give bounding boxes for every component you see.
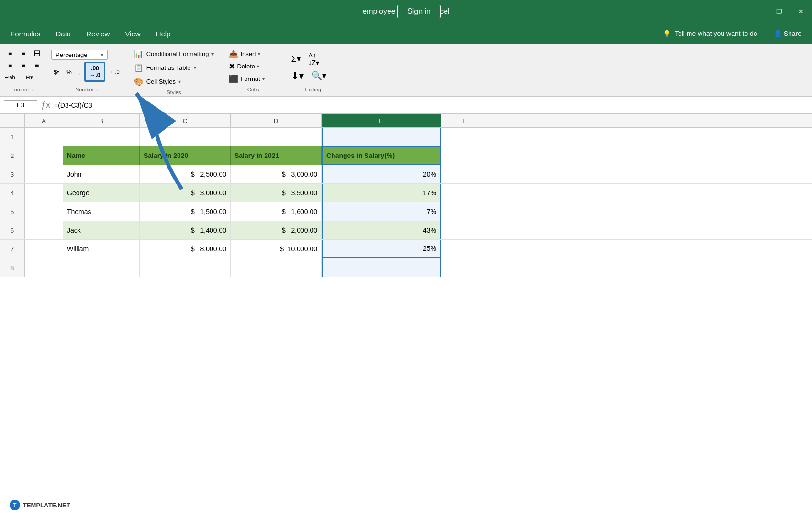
dollar-btn[interactable]: $▾ — [51, 67, 62, 77]
cell-c1[interactable] — [140, 128, 231, 146]
fill-btn[interactable]: ⬇▾ — [288, 69, 307, 82]
cell-d7[interactable]: $ 10,000.00 — [231, 240, 322, 258]
col-header-b[interactable]: B — [63, 114, 140, 127]
cell-d6[interactable]: $ 2,000.00 — [231, 221, 322, 239]
cell-b2[interactable]: Name — [63, 146, 140, 165]
menu-view[interactable]: View — [118, 27, 147, 41]
cell-d1[interactable] — [231, 128, 322, 146]
col-header-f[interactable]: F — [441, 114, 489, 127]
align-middle-btn[interactable]: ≡ — [17, 48, 30, 58]
cell-f2[interactable] — [441, 146, 489, 165]
cell-a1[interactable] — [25, 128, 63, 146]
cell-c8[interactable] — [140, 258, 231, 277]
cell-e5[interactable]: 7% — [322, 202, 441, 221]
row-header-3[interactable]: 3 — [0, 165, 25, 183]
cell-d8[interactable] — [231, 258, 322, 277]
cell-f4[interactable] — [441, 184, 489, 202]
dialog-icon[interactable]: ⬦ — [30, 88, 33, 92]
align-bottom-btn[interactable]: ⊟ — [31, 48, 43, 58]
decrease-decimal-button[interactable]: .00 →.0 — [84, 62, 105, 82]
sum-btn[interactable]: Σ▾ — [288, 53, 303, 65]
cell-f3[interactable] — [441, 165, 489, 183]
cell-b5[interactable]: Thomas — [63, 202, 140, 221]
menu-review[interactable]: Review — [79, 27, 116, 41]
row-header-7[interactable]: 7 — [0, 240, 25, 258]
wrap-text-btn[interactable]: ↵ab — [4, 72, 16, 82]
cell-e2[interactable]: Changes in Salary(%) — [322, 146, 441, 165]
menu-help[interactable]: Help — [149, 27, 178, 41]
cell-f8[interactable] — [441, 258, 489, 277]
cell-d4[interactable]: $ 3,500.00 — [231, 184, 322, 202]
cell-e8[interactable] — [322, 258, 441, 277]
menu-formulas[interactable]: Formulas — [4, 27, 47, 41]
align-left-btn[interactable]: ≡ — [4, 60, 16, 70]
row-header-5[interactable]: 5 — [0, 202, 25, 221]
cell-b4[interactable]: George — [63, 184, 140, 202]
tell-me-text[interactable]: Tell me what you want to do — [675, 30, 757, 37]
cell-b8[interactable] — [63, 258, 140, 277]
cell-e7[interactable]: 25% — [322, 240, 441, 258]
row-header-1[interactable]: 1 — [0, 128, 25, 146]
cell-e4[interactable]: 17% — [322, 184, 441, 202]
cell-b3[interactable]: John — [63, 165, 140, 183]
menu-data[interactable]: Data — [49, 27, 78, 41]
align-right-btn[interactable]: ≡ — [31, 60, 43, 70]
format-btn[interactable]: ⬛ Format ▾ — [226, 73, 280, 84]
increase-decimal-btn[interactable]: ←.0 — [107, 67, 122, 76]
cell-a6[interactable] — [25, 221, 63, 239]
number-dialog-icon[interactable]: ⬦ — [95, 88, 98, 92]
cell-d3[interactable]: $ 3,000.00 — [231, 165, 322, 183]
cell-f1[interactable] — [441, 128, 489, 146]
row-header-8[interactable]: 8 — [0, 258, 25, 277]
cell-a5[interactable] — [25, 202, 63, 221]
col-header-c[interactable]: C — [140, 114, 231, 127]
cell-f5[interactable] — [441, 202, 489, 221]
cell-e6[interactable]: 43% — [322, 221, 441, 239]
merge-btn[interactable]: ⊞▾ — [17, 72, 41, 82]
cell-reference-input[interactable] — [4, 100, 37, 110]
sign-in-button[interactable]: Sign in — [397, 5, 441, 18]
row-header-6[interactable]: 6 — [0, 221, 25, 239]
align-center-btn[interactable]: ≡ — [17, 60, 30, 70]
close-button[interactable]: ✕ — [790, 0, 812, 23]
number-format-dropdown[interactable]: Percentage ▾ — [51, 50, 108, 60]
share-button[interactable]: 👤 Share — [767, 28, 808, 39]
cell-c7[interactable]: $ 8,000.00 — [140, 240, 231, 258]
minimize-button[interactable]: — — [746, 0, 768, 23]
sort-btn[interactable]: A↑↓Z▾ — [306, 50, 323, 67]
cell-e3[interactable]: 20% — [322, 165, 441, 183]
row-header-4[interactable]: 4 — [0, 184, 25, 202]
find-btn[interactable]: 🔍▾ — [309, 69, 329, 82]
cell-f7[interactable] — [441, 240, 489, 258]
cell-b1[interactable] — [63, 128, 140, 146]
col-header-d[interactable]: D — [231, 114, 322, 127]
col-header-e[interactable]: E — [322, 114, 441, 127]
insert-btn[interactable]: 📥 Insert ▾ — [226, 48, 280, 59]
delete-btn[interactable]: ✖ Delete ▾ — [226, 61, 280, 72]
row-header-2[interactable]: 2 — [0, 146, 25, 165]
cell-c4[interactable]: $ 3,000.00 — [140, 184, 231, 202]
cell-c2[interactable]: Salary in 2020 — [140, 146, 231, 165]
comma-btn[interactable]: , — [76, 67, 83, 77]
cell-b6[interactable]: Jack — [63, 221, 140, 239]
cell-a3[interactable] — [25, 165, 63, 183]
cell-c5[interactable]: $ 1,500.00 — [140, 202, 231, 221]
maximize-button[interactable]: ❐ — [768, 0, 790, 23]
cell-b7[interactable]: William — [63, 240, 140, 258]
format-as-table-btn[interactable]: 📋 Format as Table ▾ — [130, 62, 218, 74]
cell-c6[interactable]: $ 1,400.00 — [140, 221, 231, 239]
align-top-btn[interactable]: ≡ — [4, 48, 16, 58]
percent-btn[interactable]: % — [64, 67, 74, 77]
cell-d2[interactable]: Salary in 2021 — [231, 146, 322, 165]
cell-e1[interactable] — [322, 128, 441, 146]
cell-f6[interactable] — [441, 221, 489, 239]
cell-a2[interactable] — [25, 146, 63, 165]
conditional-formatting-btn[interactable]: 📊 Conditional Formatting ▾ — [130, 48, 218, 60]
cell-a4[interactable] — [25, 184, 63, 202]
cell-d5[interactable]: $ 1,600.00 — [231, 202, 322, 221]
col-header-a[interactable]: A — [25, 114, 63, 127]
cell-c3[interactable]: $ 2,500.00 — [140, 165, 231, 183]
cell-a7[interactable] — [25, 240, 63, 258]
cell-a8[interactable] — [25, 258, 63, 277]
cell-styles-btn[interactable]: 🎨 Cell Styles ▾ — [130, 76, 218, 88]
